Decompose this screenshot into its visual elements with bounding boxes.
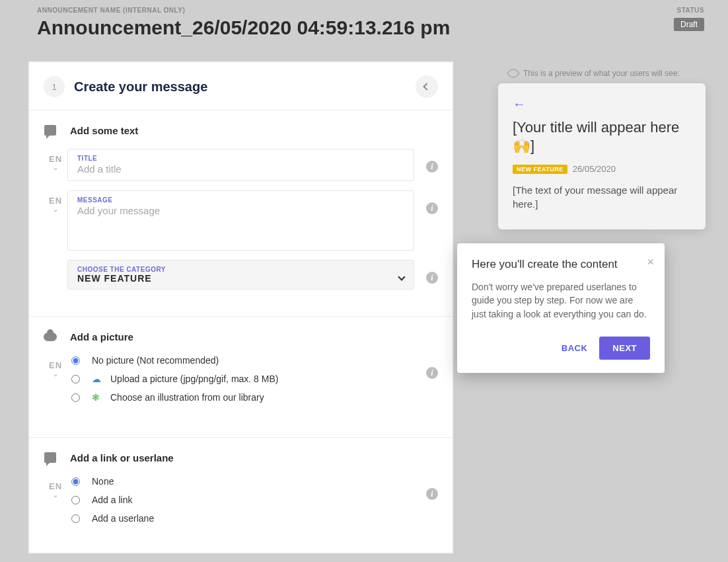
language-selector[interactable]: EN⌄ — [44, 149, 67, 171]
cloud-upload-icon: ☁ — [92, 374, 104, 384]
tour-title: Here you'll create the content — [472, 258, 650, 271]
eye-icon — [507, 67, 520, 80]
preview-caption: This is a preview of what your users wil… — [509, 69, 680, 78]
chevron-down-icon — [398, 273, 405, 280]
info-icon[interactable]: i — [426, 272, 438, 284]
link-section-title: Add a link or userlane — [70, 452, 174, 463]
title-input-box[interactable]: TITLE — [67, 149, 414, 181]
step-title: Create your message — [74, 79, 416, 95]
page-header: ANNOUNCEMENT NAME (INTERNAL ONLY) Announ… — [0, 0, 728, 39]
language-selector[interactable]: EN⌄ — [44, 190, 67, 213]
step-header: 1 Create your message — [29, 62, 453, 110]
text-section-title: Add some text — [70, 125, 138, 136]
page-title: Announcement_26/05/2020 04:59:13.216 pm — [37, 17, 450, 39]
status-badge: Draft — [674, 18, 704, 31]
language-selector[interactable]: EN⌄ — [44, 355, 67, 378]
radio-add-userlane[interactable]: Add a userlane — [71, 513, 414, 524]
radio-no-picture[interactable]: No picture (Not recommended) — [71, 355, 414, 366]
preview-body: [The text of your message will appear he… — [513, 183, 691, 211]
preview-title: [Your title will appear here 🙌] — [513, 118, 691, 155]
library-icon: ❃ — [92, 392, 104, 403]
status-label: STATUS — [674, 7, 704, 14]
chat-bubble-icon — [44, 124, 57, 137]
preview-date: 26/05/2020 — [573, 164, 616, 174]
tour-close-button[interactable]: × — [647, 255, 654, 269]
collapse-button[interactable] — [416, 75, 438, 98]
message-editor-panel: 1 Create your message Add some text EN⌄ … — [28, 61, 454, 554]
title-input[interactable] — [77, 163, 404, 175]
language-selector[interactable]: EN⌄ — [44, 476, 67, 499]
radio-add-link[interactable]: Add a link — [71, 495, 414, 505]
step-number: 1 — [44, 76, 65, 97]
tour-next-button[interactable]: NEXT — [599, 337, 650, 360]
announcement-name-label: ANNOUNCEMENT NAME (INTERNAL ONLY) — [37, 7, 450, 14]
tour-body: Don't worry we've prepared userlanes to … — [472, 280, 650, 321]
picture-section: Add a picture EN⌄ No picture (Not recomm… — [29, 317, 453, 438]
radio-link-none[interactable]: None — [71, 476, 414, 487]
message-input-box[interactable]: MESSAGE — [67, 190, 414, 251]
radio-library-picture[interactable]: ❃ Choose an illustration from our librar… — [71, 392, 414, 403]
link-section: Add a link or userlane EN⌄ None Add a li… — [29, 438, 453, 554]
info-icon[interactable]: i — [426, 367, 438, 379]
chat-bubble-icon — [44, 451, 57, 464]
info-icon[interactable]: i — [426, 202, 438, 214]
tour-back-button[interactable]: BACK — [562, 343, 588, 353]
picture-section-title: Add a picture — [70, 331, 133, 342]
radio-upload-picture[interactable]: ☁ Upload a picture (jpg/png/gif, max. 8 … — [71, 374, 414, 384]
preview-feature-badge: NEW FEATURE — [513, 165, 567, 174]
info-icon[interactable]: i — [426, 488, 438, 500]
chevron-left-icon — [423, 83, 430, 90]
tour-popup: × Here you'll create the content Don't w… — [457, 243, 665, 373]
category-select[interactable]: CHOOSE THE CATEGORY NEW FEATURE — [67, 260, 414, 290]
preview-back-arrow[interactable]: ← — [513, 97, 691, 112]
message-input[interactable] — [77, 205, 404, 242]
preview-card: ← [Your title will appear here 🙌] NEW FE… — [498, 83, 706, 229]
info-icon[interactable]: i — [426, 161, 438, 173]
text-section: Add some text EN⌄ TITLE i EN⌄ MESSAGE i … — [29, 110, 453, 317]
cloud-download-icon — [44, 330, 57, 343]
